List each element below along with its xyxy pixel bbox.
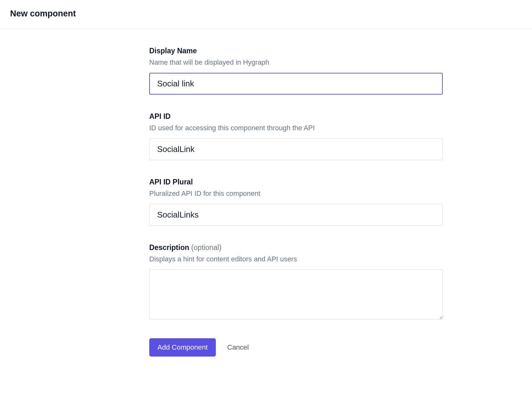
field-display-name: Display Name Name that will be displayed… (149, 47, 443, 95)
page-header: New component (0, 0, 532, 29)
page-title: New component (10, 9, 522, 19)
api-id-hint: ID used for accessing this component thr… (149, 124, 443, 132)
field-api-id: API ID ID used for accessing this compon… (149, 112, 443, 160)
field-description: Description (optional) Displays a hint f… (149, 243, 443, 321)
button-row: Add Component Cancel (149, 338, 443, 357)
api-id-plural-label: API ID Plural (149, 178, 443, 186)
description-optional: (optional) (191, 243, 222, 252)
cancel-button[interactable]: Cancel (227, 343, 249, 352)
form-inner: Display Name Name that will be displayed… (149, 47, 443, 357)
api-id-plural-input[interactable] (149, 204, 443, 226)
display-name-hint: Name that will be displayed in Hygraph (149, 58, 443, 67)
field-api-id-plural: API ID Plural Pluralized API ID for this… (149, 178, 443, 226)
description-label-text: Description (149, 243, 189, 252)
api-id-input[interactable] (149, 138, 443, 160)
description-label: Description (optional) (149, 243, 443, 252)
add-component-button[interactable]: Add Component (149, 338, 216, 357)
display-name-input[interactable] (149, 73, 443, 95)
description-input[interactable] (149, 270, 443, 319)
display-name-label: Display Name (149, 47, 443, 55)
api-id-plural-hint: Pluralized API ID for this component (149, 189, 443, 198)
description-hint: Displays a hint for content editors and … (149, 255, 443, 263)
form-container: Display Name Name that will be displayed… (59, 29, 473, 375)
api-id-label: API ID (149, 112, 443, 121)
